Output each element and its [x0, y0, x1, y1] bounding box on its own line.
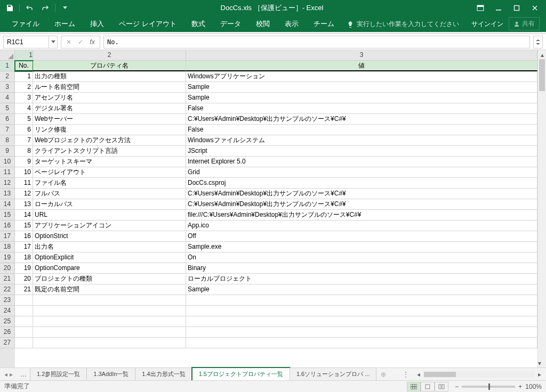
cell[interactable]: 既定の名前空間: [33, 284, 186, 295]
cell[interactable]: 出力の種類: [33, 71, 186, 82]
cell[interactable]: 21: [15, 284, 33, 295]
page-break-view-icon[interactable]: [435, 382, 448, 391]
sheet-tab[interactable]: 1.3AddIn一覧: [86, 368, 135, 381]
row-header[interactable]: 1: [0, 61, 15, 71]
row-header[interactable]: 16: [0, 220, 15, 231]
signin-link[interactable]: サインイン: [466, 17, 509, 32]
cell[interactable]: 出力名: [33, 242, 186, 252]
cell[interactable]: 18: [15, 252, 33, 263]
row-header[interactable]: 3: [0, 82, 15, 93]
cell[interactable]: アセンブリ名: [33, 93, 186, 103]
sheet-tab[interactable]: 1.2参照設定一覧: [30, 368, 87, 381]
row-header[interactable]: 20: [0, 263, 15, 274]
cell[interactable]: 16: [15, 231, 33, 242]
cell[interactable]: 5: [15, 114, 33, 125]
cell[interactable]: 14: [15, 210, 33, 220]
ribbon-tab-layout[interactable]: ページ レイアウト: [111, 16, 184, 32]
cell[interactable]: 20: [15, 274, 33, 284]
row-header[interactable]: 8: [0, 135, 15, 146]
cell[interactable]: 10: [15, 167, 33, 178]
enter-icon[interactable]: ✓: [75, 38, 86, 46]
redo-icon[interactable]: [38, 1, 53, 15]
ribbon-tab-data[interactable]: データ: [213, 16, 248, 32]
close-icon[interactable]: [526, 1, 544, 15]
cell[interactable]: Sample: [186, 284, 537, 295]
row-header[interactable]: 25: [0, 316, 15, 327]
cell[interactable]: [15, 316, 33, 327]
sheet-tab[interactable]: 1.6ソリューションプロパ ...: [290, 368, 377, 381]
cell[interactable]: Sample.exe: [186, 242, 537, 252]
row-header[interactable]: 15: [0, 210, 15, 220]
zoom-slider[interactable]: [462, 386, 515, 388]
row-header[interactable]: 17: [0, 231, 15, 242]
fx-icon[interactable]: fx: [87, 38, 98, 46]
cell[interactable]: ローカルパス: [33, 199, 186, 210]
row-header[interactable]: 23: [0, 295, 15, 306]
column-header[interactable]: 3: [186, 50, 537, 61]
cell-header-no[interactable]: No.: [15, 61, 33, 71]
cell[interactable]: [15, 295, 33, 306]
row-header[interactable]: 5: [0, 103, 15, 114]
cell[interactable]: 4: [15, 103, 33, 114]
cell[interactable]: [186, 295, 537, 306]
page-layout-view-icon[interactable]: [421, 382, 435, 391]
row-header[interactable]: 4: [0, 93, 15, 103]
ribbon-tab-insert[interactable]: 挿入: [83, 16, 111, 32]
minimize-icon[interactable]: [489, 1, 508, 15]
formula-expand-icon[interactable]: [533, 36, 543, 48]
cell[interactable]: App.ico: [186, 220, 537, 231]
row-header[interactable]: 24: [0, 306, 15, 316]
cancel-icon[interactable]: ✕: [63, 38, 74, 46]
tab-split-icon[interactable]: ⋮: [399, 371, 412, 378]
zoom-out-icon[interactable]: −: [455, 383, 459, 390]
cell[interactable]: C:¥Users¥Admin¥Desktop¥出力サンプルのソース¥C#¥: [186, 199, 537, 210]
scroll-track[interactable]: [538, 59, 546, 358]
row-header[interactable]: 6: [0, 114, 15, 125]
row-header[interactable]: 27: [0, 338, 15, 348]
cell[interactable]: 7: [15, 135, 33, 146]
tab-prev-icon[interactable]: ◂: [4, 371, 7, 378]
cell[interactable]: [33, 295, 186, 306]
cell[interactable]: [186, 338, 537, 348]
cell[interactable]: Windowsアプリケーション: [186, 71, 537, 82]
cell[interactable]: Binary: [186, 263, 537, 274]
cell[interactable]: [33, 338, 186, 348]
select-all-corner[interactable]: [0, 50, 15, 61]
cell[interactable]: ローカルプロジェクト: [186, 274, 537, 284]
cell[interactable]: フルパス: [33, 189, 186, 199]
cell[interactable]: 8: [15, 146, 33, 157]
row-header[interactable]: 26: [0, 327, 15, 338]
horizontal-scrollbar[interactable]: ◂ ▸: [412, 371, 546, 378]
cell[interactable]: Grid: [186, 167, 537, 178]
column-header[interactable]: 2: [33, 50, 186, 61]
cell[interactable]: DocCs.csproj: [186, 178, 537, 189]
row-header[interactable]: 22: [0, 284, 15, 295]
undo-icon[interactable]: [22, 1, 37, 15]
cell[interactable]: False: [186, 125, 537, 135]
cell[interactable]: 11: [15, 178, 33, 189]
cell[interactable]: C:¥Users¥Admin¥Desktop¥出力サンプルのソース¥C#¥: [186, 114, 537, 125]
cell[interactable]: Sample: [186, 93, 537, 103]
cell[interactable]: 15: [15, 220, 33, 231]
cell[interactable]: クライアントスクリプト言語: [33, 146, 186, 157]
cell[interactable]: 6: [15, 125, 33, 135]
cell[interactable]: ルート名前空間: [33, 82, 186, 93]
ribbon-tab-review[interactable]: 校閲: [248, 16, 277, 32]
cell[interactable]: OptionStrict: [33, 231, 186, 242]
cell[interactable]: JScript: [186, 146, 537, 157]
name-box-input[interactable]: [3, 36, 49, 48]
normal-view-icon[interactable]: [407, 382, 421, 391]
cell[interactable]: OptionCompare: [33, 263, 186, 274]
tab-next-icon[interactable]: ▸: [10, 371, 13, 378]
cell[interactable]: [33, 327, 186, 338]
vertical-scrollbar[interactable]: ▴ ▾: [537, 50, 546, 368]
zoom-level[interactable]: 100%: [525, 383, 542, 390]
scroll-left-icon[interactable]: ◂: [414, 371, 423, 378]
cell[interactable]: デジタル署名: [33, 103, 186, 114]
row-header[interactable]: 11: [0, 167, 15, 178]
cell[interactable]: [186, 316, 537, 327]
cell[interactable]: 2: [15, 82, 33, 93]
cell[interactable]: [15, 306, 33, 316]
scroll-track[interactable]: [424, 371, 534, 378]
scroll-right-icon[interactable]: ▸: [535, 371, 544, 378]
